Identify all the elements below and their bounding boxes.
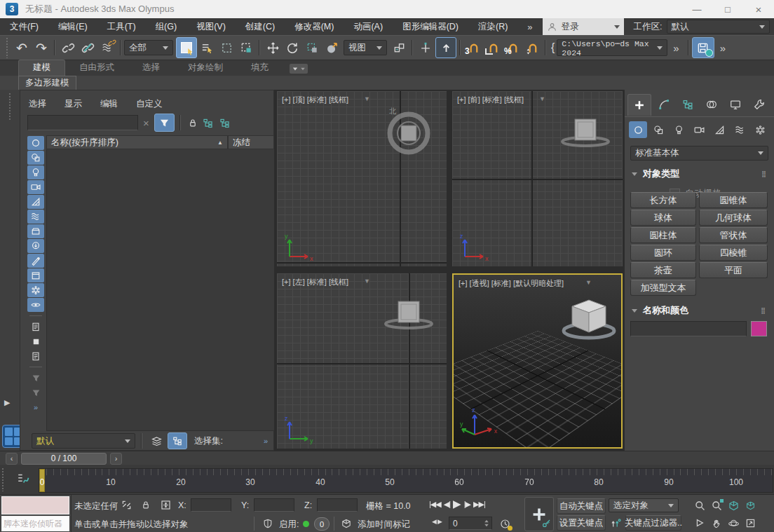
spinner-snap-toggle-button[interactable] [522, 38, 542, 57]
filter-bones-icon[interactable] [27, 254, 44, 268]
hierarchy-tab[interactable] [677, 94, 699, 115]
create-cone-button[interactable]: 圆锥体 [699, 192, 768, 208]
viewport-front[interactable]: [+] [前] [标准] [线框] ▼ xz [452, 91, 623, 266]
key-mode-toggle[interactable]: ◀▶ [432, 518, 443, 525]
viewcube-perspective-icon[interactable] [559, 294, 619, 343]
select-and-manipulate-button[interactable] [416, 38, 435, 57]
zoom-extents-all-icon[interactable] [742, 498, 759, 513]
explorer-menu-display[interactable]: 显示 [64, 98, 82, 110]
z-coordinate-field[interactable] [317, 498, 358, 512]
object-name-input[interactable] [630, 321, 747, 336]
use-pivot-point-center-button[interactable] [389, 38, 409, 57]
lock-icon[interactable] [186, 115, 200, 130]
maximize-viewport-icon[interactable] [742, 515, 759, 531]
select-by-name-button[interactable] [197, 38, 217, 57]
filter-shapes-list-icon[interactable] [27, 320, 44, 334]
add-time-tag-label[interactable]: 添加时间标记 [358, 519, 410, 531]
transform-typein-icon[interactable] [157, 497, 174, 512]
filter-cameras-icon[interactable] [27, 180, 44, 194]
filter-spacewarps-icon[interactable] [27, 210, 44, 224]
menu-tools[interactable]: 工具(T) [97, 21, 146, 33]
scene-explorer-list[interactable] [46, 149, 276, 431]
key-filters-icon[interactable] [607, 515, 624, 531]
redo-button[interactable]: ↷ [32, 38, 51, 57]
filter-solid-icon[interactable] [27, 334, 44, 348]
menu-edit[interactable]: 编辑(E) [48, 21, 97, 33]
menu-rendering[interactable]: 渲染(R) [468, 21, 517, 33]
per-view-filter-icon[interactable]: ▼ [364, 278, 370, 285]
mini-curve-editor-icon[interactable] [17, 472, 32, 487]
percent-snap-toggle-button[interactable]: % [503, 38, 522, 57]
degradation-zero-badge[interactable]: 0 [314, 517, 330, 531]
set-key-button[interactable]: 设置关键点 [557, 515, 606, 531]
filter-groups-icon[interactable] [27, 224, 44, 238]
zoom-extents-icon[interactable] [725, 498, 742, 513]
modify-tab[interactable] [653, 94, 675, 115]
menu-create[interactable]: 创建(C) [236, 21, 285, 33]
create-tube-button[interactable]: 管状体 [699, 227, 768, 243]
angle-snap-toggle-button[interactable] [483, 38, 503, 57]
footer-overflow-chevron[interactable]: » [264, 437, 268, 445]
time-tag-cube-icon[interactable] [338, 516, 355, 531]
dock-grip[interactable] [8, 93, 11, 121]
adaptive-degradation-shield-icon[interactable] [259, 516, 276, 531]
selection-lock-icon[interactable] [137, 497, 154, 512]
hierarchy-mode-button[interactable] [168, 432, 187, 449]
viewcube-left-icon[interactable] [381, 292, 437, 334]
select-and-place-button[interactable] [322, 38, 341, 57]
maximize-button[interactable]: □ [712, 0, 743, 18]
toolbar-grip[interactable] [6, 37, 9, 58]
filter-none-icon[interactable] [27, 136, 44, 150]
create-tab[interactable] [627, 94, 651, 116]
auto-key-button[interactable]: 自动关键点 [557, 498, 606, 514]
selected-objects-dropdown[interactable]: 选定对象 [609, 498, 679, 512]
set-key-big-button[interactable] [524, 497, 554, 531]
viewport-top-label[interactable]: [+] [顶] [标准] [线框] [282, 95, 348, 105]
create-pyramid-button[interactable]: 四棱锥 [699, 245, 768, 261]
motion-tab[interactable] [700, 94, 723, 115]
previous-frame-button[interactable]: ‹ [6, 453, 18, 465]
frame-spinner[interactable] [484, 519, 491, 527]
clear-search-icon[interactable]: × [143, 117, 149, 129]
ribbon-tab-modeling[interactable]: 建模 [18, 60, 65, 76]
systems-category-icon[interactable] [752, 121, 770, 138]
ribbon-tab-selection[interactable]: 选择 [128, 60, 174, 76]
current-frame-field[interactable]: 0 [449, 517, 492, 530]
select-and-scale-button[interactable] [302, 38, 322, 57]
viewport-left-label[interactable]: [+] [左] [标准] [线框] [282, 277, 348, 287]
filter-notes-icon[interactable] [27, 349, 44, 363]
y-coordinate-field[interactable] [254, 498, 294, 512]
zoom-icon[interactable] [691, 498, 708, 513]
explorer-menu-select[interactable]: 选择 [29, 98, 46, 110]
expand-panel-arrow[interactable]: ▶ [4, 398, 10, 407]
snaps-toggle-3d-button[interactable]: 3 [463, 38, 483, 57]
advanced-filter-icon[interactable] [27, 371, 44, 385]
zoom-all-icon[interactable] [708, 498, 725, 513]
filter-geometry-icon[interactable] [27, 151, 44, 165]
clear-filter-icon[interactable] [27, 386, 44, 400]
create-plane-button[interactable]: 平面 [699, 262, 768, 278]
viewport-left[interactable]: [+] [左] [标准] [线框] ▼ yz [277, 273, 447, 449]
create-torus-button[interactable]: 圆环 [630, 245, 696, 261]
bind-to-space-warp-icon[interactable] [97, 38, 117, 57]
previous-frame-button[interactable]: ◀| [444, 500, 450, 509]
menu-group[interactable]: 组(G) [146, 21, 187, 33]
utilities-tab[interactable] [748, 94, 770, 115]
play-button[interactable]: ▶ [453, 498, 461, 510]
x-coordinate-field[interactable] [191, 498, 231, 512]
keyboard-shortcut-override-toggle[interactable] [435, 37, 456, 58]
pan-hand-icon[interactable] [708, 515, 725, 531]
per-view-filter-icon[interactable]: ▼ [364, 95, 370, 102]
cameras-category-icon[interactable] [690, 121, 708, 138]
menu-file[interactable]: 文件(F) [0, 21, 48, 33]
strip-overflow-chevron[interactable]: » [27, 400, 44, 414]
rectangular-selection-region-button[interactable] [217, 38, 236, 57]
selection-set-dropdown[interactable]: 默认 [32, 433, 135, 449]
window-crossing-toggle-button[interactable] [236, 38, 256, 57]
create-geosphere-button[interactable]: 几何球体 [699, 210, 768, 226]
filter-xrefs-icon[interactable] [27, 239, 44, 253]
select-and-rotate-button[interactable] [283, 38, 302, 57]
filter-visibility-icon[interactable] [27, 298, 44, 312]
project-folder-dropdown[interactable]: C:\Users\po⋯ds Max 2024 [557, 39, 667, 56]
create-textplus-button[interactable]: 加强型文本 [630, 280, 696, 296]
